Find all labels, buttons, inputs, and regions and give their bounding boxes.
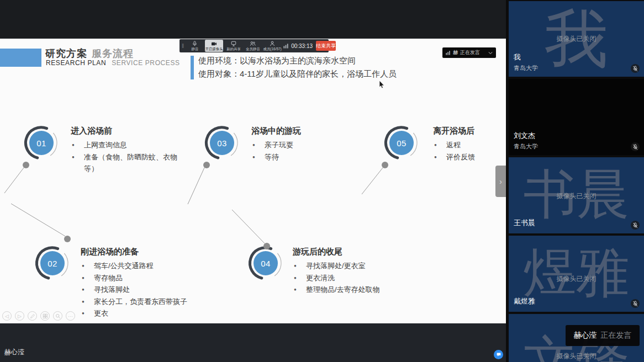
mic-muted-badge — [631, 221, 640, 230]
meeting-timer: 00:33:13 — [291, 43, 313, 49]
step-block-04: 游玩后的收尾 寻找落脚处/更衣室 更衣清洗 整理物品/去寄存处取物 — [293, 247, 431, 296]
participant-name: 我 — [514, 52, 521, 62]
watermark-text: 煜雅 — [524, 238, 630, 310]
step-block-03: 浴场中的游玩 亲子玩耍 等待 — [251, 126, 373, 163]
step-bullet: 准备（食物、防晒防蚊、衣物等） — [71, 151, 186, 175]
mic-off-icon — [632, 301, 638, 307]
step-bullet: 更衣 — [81, 307, 225, 320]
step-node-04: 04 — [254, 251, 278, 275]
grid-icon — [43, 313, 48, 319]
step-bullet: 驾车/公共交通路程 — [81, 260, 225, 272]
mute-all-label: 全员静音 — [246, 47, 260, 50]
pen-annotate-button[interactable] — [28, 311, 37, 321]
zoom-button[interactable] — [53, 311, 62, 321]
camera-off-label: 摄像头已关闭 — [509, 274, 644, 284]
speaking-toast: 赫心滢 正在发言 — [566, 325, 640, 346]
step-block-01: 进入浴场前 上网查询信息 准备（食物、防晒防蚊、衣物等） — [71, 126, 186, 175]
new-share-button[interactable]: 新的共享 — [224, 40, 242, 52]
more-tools-button[interactable]: ··· — [66, 311, 75, 321]
next-icon: ▷ — [18, 313, 22, 319]
camera-off-label: 摄像头已关闭 — [509, 352, 644, 361]
step-bullet: 亲子玩耍 — [251, 139, 373, 151]
step-node-05: 05 — [389, 131, 414, 155]
mic-muted-badge — [631, 299, 640, 308]
more-icon: ··· — [68, 313, 73, 319]
camera-label: 开启摄像头 — [205, 47, 223, 50]
members-count-label: 成员(16/57) — [263, 47, 281, 50]
person-icon — [270, 41, 275, 46]
new-share-label: 新的共享 — [226, 47, 241, 50]
step-bullet: 家长分工，负责看东西带孩子 — [81, 296, 225, 308]
step-node-03: 03 — [210, 131, 234, 155]
monitor-icon — [231, 41, 236, 46]
presentation-slide: 研究方案服务流程 RESEARCH PLANSERVICE PROCESS 使用… — [0, 39, 506, 323]
next-slide-button[interactable]: ▷ — [15, 311, 24, 321]
camera-off-label: 摄像头已关闭 — [509, 34, 644, 44]
step-title: 游玩后的收尾 — [293, 247, 431, 257]
meeting-floating-toolbar: ‖ 静音 开启摄像头 新的共享 全员静音 成员(16/57) 00:33:13 … — [180, 39, 329, 52]
presenter-name-label: 赫心滢 — [4, 348, 24, 357]
toast-speaker-status: 正在发言 — [601, 331, 632, 340]
step-bullet: 更衣清洗 — [293, 272, 431, 284]
step-node-01: 01 — [29, 131, 54, 155]
toast-speaker-name: 赫心滢 — [574, 331, 597, 340]
mic-muted-badge — [631, 142, 640, 151]
step-title: 浴场中的游玩 — [251, 126, 373, 136]
speaker-name: 赫 — [453, 49, 458, 56]
meeting-window: 研究方案服务流程 RESEARCH PLANSERVICE PROCESS 使用… — [0, 0, 644, 362]
mic-off-icon — [632, 66, 638, 72]
step-bullet: 整理物品/去寄存处取物 — [293, 284, 431, 296]
chevron-down-icon — [488, 51, 493, 55]
mute-all-button[interactable]: 全员静音 — [244, 40, 262, 52]
magnifier-icon — [55, 313, 61, 319]
camera-on-button[interactable]: 开启摄像头 — [205, 40, 223, 52]
participant-tile-me[interactable]: 我 摄像头已关闭 我 青岛大学 — [509, 1, 644, 77]
microphone-icon — [192, 41, 197, 46]
participant-tile-wangshuchen[interactable]: 书晨 摄像头已关闭 王书晨 — [509, 157, 644, 233]
participant-org: 青岛大学 — [514, 142, 538, 151]
step-node-02: 02 — [40, 251, 65, 275]
step-bullet: 上网查询信息 — [71, 139, 186, 151]
previous-icon: ◁ — [5, 313, 9, 319]
chat-button[interactable] — [494, 350, 503, 359]
mic-off-icon — [632, 222, 638, 228]
bottom-status-bar: 赫心滢 — [0, 323, 506, 362]
volume-bars-icon — [446, 50, 451, 55]
mic-off-icon — [632, 144, 638, 150]
speaker-indicator-pill[interactable]: 赫 正在发言 — [442, 47, 496, 58]
sidebar-collapse-handle[interactable]: › — [495, 166, 506, 197]
participant-name: 王书晨 — [514, 218, 535, 228]
people-icon — [250, 41, 256, 46]
speaker-status: 正在发言 — [460, 49, 480, 56]
shared-screen-top-letterbox — [0, 0, 506, 39]
participants-sidebar: 我 摄像头已关闭 我 青岛大学 刘文杰 青岛大学 书晨 摄像头已关闭 王书晨 煜… — [506, 0, 644, 362]
chat-icon — [496, 352, 502, 357]
mute-button[interactable]: 静音 — [186, 40, 204, 52]
camera-icon — [211, 41, 217, 46]
participant-tile-daiyuya[interactable]: 煜雅 摄像头已关闭 戴煜雅 — [509, 236, 644, 312]
members-button[interactable]: 成员(16/57) — [263, 40, 281, 52]
step-title: 刚进浴场的准备 — [81, 247, 225, 257]
participant-tile-liuwenjie[interactable]: 刘文杰 青岛大学 — [509, 79, 644, 155]
camera-off-label: 摄像头已关闭 — [509, 191, 644, 201]
step-title: 进入浴场前 — [71, 126, 186, 136]
pen-icon — [30, 313, 35, 319]
presenter-controls: ◁ ▷ ··· — [2, 311, 75, 321]
participant-org: 青岛大学 — [514, 64, 538, 72]
participant-name: 戴煜雅 — [514, 296, 535, 306]
step-bullet: 寄存物品 — [81, 272, 225, 284]
mute-label: 静音 — [191, 47, 198, 50]
step-bullet: 寻找落脚处/更衣室 — [293, 260, 431, 272]
slide-grid-button[interactable] — [40, 311, 50, 321]
network-stats-icon[interactable] — [283, 43, 289, 49]
previous-slide-button[interactable]: ◁ — [2, 311, 12, 321]
end-share-button[interactable]: 结束共享 — [316, 41, 336, 51]
step-block-02: 刚进浴场的准备 驾车/公共交通路程 寄存物品 寻找落脚处 家长分工，负责看东西带… — [81, 247, 225, 320]
mic-muted-badge — [631, 64, 640, 73]
step-bullet: 寻找落脚处 — [81, 284, 225, 296]
drag-handle-icon[interactable]: ‖ — [182, 43, 184, 49]
participant-name: 刘文杰 — [514, 131, 535, 141]
step-bullet: 等待 — [251, 151, 373, 163]
